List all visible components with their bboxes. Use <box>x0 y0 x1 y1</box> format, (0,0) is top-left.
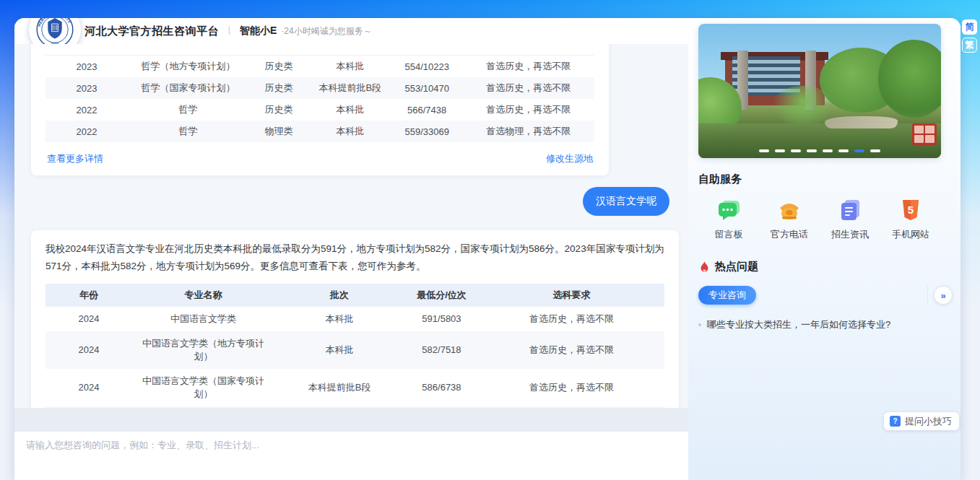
col-header-batch: 批次 <box>274 284 404 307</box>
clipped-row <box>45 44 594 56</box>
cell: 中国语言文学类 <box>132 307 274 331</box>
carousel-dot[interactable] <box>775 149 785 152</box>
hot-question-item[interactable]: 哪些专业按大类招生，一年后如何选择专业? <box>698 318 961 331</box>
chat-header: 河北大学官方招生咨询平台 丨 智能小E ·24小时竭诚为您服务～ <box>14 18 688 44</box>
chat-header-wrap: HEBEI UNIVERSITY ·1921· 河北大学官方招生咨询平台 丨 智… <box>14 18 688 44</box>
bottom-gap-strip <box>14 408 688 432</box>
bot-answer-text: 我校2024年汉语言文学专业在河北历史类本科批的最低录取分为591分，地方专项计… <box>45 240 664 275</box>
cell: 首选历史，再选不限 <box>479 369 664 406</box>
cell: 2024 <box>45 331 132 369</box>
traditional-chinese-button[interactable]: 繁 <box>962 38 977 53</box>
score-row: 2023中国语言文学类（国家专项计划；含汉语言文学、汉语国际教本科提前批B段57… <box>45 406 664 408</box>
cell: 2023 <box>45 56 128 77</box>
service-official-phone[interactable]: 官方电话 <box>763 198 815 241</box>
carousel-dot[interactable] <box>791 149 801 152</box>
question-input[interactable] <box>26 439 677 473</box>
platform-title: 河北大学官方招生咨询平台 <box>84 25 219 38</box>
cell: 本科提前批B段 <box>274 369 404 406</box>
water-reflection <box>698 123 941 158</box>
service-mobile-site[interactable]: 5 手机网站 <box>885 198 937 241</box>
hot-tabs-row: 专业咨询 » <box>698 285 953 305</box>
service-message-board[interactable]: 留言板 <box>703 198 755 241</box>
literature-table-body: 2024中国语言文学类本科批591/5803首选历史，再选不限2024中国语言文… <box>45 307 664 408</box>
user-message-bubble: 汉语言文学呢 <box>583 187 669 216</box>
user-message-row: 汉语言文学呢 <box>31 187 669 216</box>
cell: 591/5803 <box>404 307 479 331</box>
col-header-subject-req: 选科要求 <box>479 284 664 307</box>
cell: 首选历史，再选不限 <box>463 56 594 77</box>
carousel-dot[interactable] <box>823 149 833 152</box>
document-icon <box>838 198 862 222</box>
carousel-dots <box>698 149 941 152</box>
cell: 本科批 <box>309 56 391 77</box>
cell: 本科批 <box>274 307 404 331</box>
photo-watermark-seal <box>912 123 937 145</box>
score-row: 2024中国语言文学类本科批591/5803首选历史，再选不限 <box>45 307 664 331</box>
service-admissions-news[interactable]: 招生资讯 <box>824 198 876 241</box>
self-service-row: 留言板 官方电话 <box>698 198 941 241</box>
philosophy-score-table-body: 2023哲学（地方专项计划）历史类本科批554/10223首选历史，再选不限20… <box>45 56 594 142</box>
cell: 哲学 <box>128 99 248 121</box>
cell: 2023 <box>45 406 132 408</box>
cell: 559/33069 <box>391 121 463 142</box>
literature-table-head: 年份 专业名称 批次 最低分/位次 选科要求 <box>45 284 664 307</box>
simplified-chinese-button[interactable]: 简 <box>962 19 977 35</box>
flame-icon <box>698 261 711 273</box>
hot-question-text: 哪些专业按大类招生，一年后如何选择专业? <box>707 318 890 331</box>
view-more-details-link[interactable]: 查看更多详情 <box>47 152 103 165</box>
more-tabs-button[interactable]: » <box>934 286 953 305</box>
message-list[interactable]: 2023哲学（地方专项计划）历史类本科批554/10223首选历史，再选不限20… <box>14 44 688 408</box>
carousel-dot[interactable] <box>807 149 817 152</box>
language-switcher: 简 繁 <box>962 19 977 53</box>
hot-questions-title: 热点问题 <box>715 260 758 274</box>
score-row: 2023哲学（国家专项计划）历史类本科提前批B段553/10470首选历史，再选… <box>45 77 594 99</box>
carousel-dot[interactable] <box>838 149 849 152</box>
score-row: 2022哲学历史类本科批566/7438首选历史，再选不限 <box>45 99 594 121</box>
message-board-icon <box>716 198 741 222</box>
score-row: 2022哲学物理类本科批559/33069首选物理，再选不限 <box>45 121 594 142</box>
hot-questions-header: 热点问题 <box>698 260 961 274</box>
change-origin-link[interactable]: 修改生源地 <box>546 152 593 165</box>
col-header-year: 年份 <box>45 284 132 307</box>
cell: 首选历史，再选不限 <box>479 406 664 408</box>
service-tagline: ·24小时竭诚为您服务～ <box>281 25 371 38</box>
cell: 571/6643 <box>404 406 479 408</box>
cell: 首选历史，再选不限 <box>479 331 664 369</box>
cell: 中国语言文学类（地方专项计划） <box>132 331 274 369</box>
cell: 554/10223 <box>391 56 463 77</box>
cell: 566/7438 <box>391 99 463 121</box>
tree <box>878 40 941 118</box>
col-header-major: 专业名称 <box>132 284 274 307</box>
page: 简 繁 HEBEI UNIVERSITY <box>0 0 980 480</box>
service-label: 官方电话 <box>771 228 808 241</box>
score-row: 2024中国语言文学类（国家专项计划）本科提前批B段586/6738首选历史，再… <box>45 369 664 406</box>
sidebar: 自助服务 留言板 <box>688 18 961 480</box>
html5-shield-icon: 5 <box>898 198 923 222</box>
card-links-row: 查看更多详情 修改生源地 <box>45 142 594 168</box>
carousel-dot-active[interactable] <box>854 149 864 152</box>
cell: 2022 <box>45 121 128 142</box>
cell: 历史类 <box>248 99 309 121</box>
input-area <box>14 432 688 480</box>
header-row: 年份 专业名称 批次 最低分/位次 选科要求 <box>45 284 664 307</box>
lakeside-path <box>825 116 898 128</box>
service-label: 手机网站 <box>892 228 929 241</box>
tab-major-consulting[interactable]: 专业咨询 <box>698 286 756 305</box>
carousel-dot[interactable] <box>759 149 769 152</box>
cell: 本科批 <box>274 331 404 369</box>
service-label: 留言板 <box>715 228 743 241</box>
cell: 中国语言文学类（国家专项计划） <box>132 369 274 406</box>
phone-icon <box>777 198 802 222</box>
philosophy-score-table: 2023哲学（地方专项计划）历史类本科批554/10223首选历史，再选不限20… <box>45 56 594 142</box>
answer-card-chinese-literature: 我校2024年汉语言文学专业在河北历史类本科批的最低录取分为591分，地方专项计… <box>31 230 679 408</box>
campus-photo-carousel[interactable] <box>698 24 941 158</box>
carousel-dot[interactable] <box>870 149 880 152</box>
tabs-divider <box>927 285 928 305</box>
score-row: 2023哲学（地方专项计划）历史类本科批554/10223首选历史，再选不限 <box>45 56 594 77</box>
cell: 2024 <box>45 307 132 331</box>
cell: 本科提前批B段 <box>309 77 391 99</box>
cell: 本科批 <box>309 121 391 142</box>
bullet-dot <box>698 323 701 326</box>
col-header-score-rank: 最低分/位次 <box>404 284 479 307</box>
main-panel: HEBEI UNIVERSITY ·1921· 河北大学官方招生咨询平台 丨 智… <box>14 18 961 480</box>
